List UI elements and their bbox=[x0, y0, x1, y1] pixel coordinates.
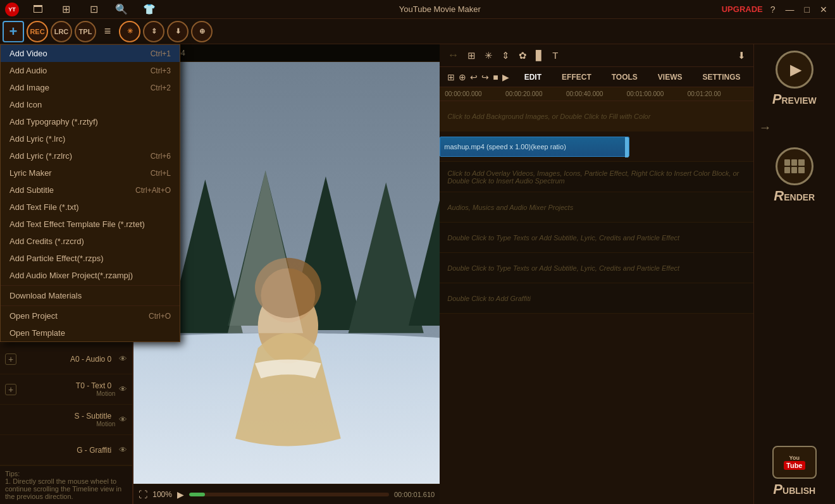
audio-track-label: + A0 - Audio 0 👁 bbox=[0, 344, 132, 374]
grid-icon[interactable]: ⊞ bbox=[465, 49, 478, 63]
publish-button[interactable]: You Tube bbox=[772, 446, 817, 479]
graffiti-track-hint: Double Click to Add Graffiti bbox=[440, 295, 538, 302]
subtitle-track[interactable]: Double Click to Type Texts or Add Subtit… bbox=[440, 253, 753, 283]
text-track-eye[interactable]: 👁 bbox=[119, 384, 127, 394]
menu-add-particle[interactable]: Add Particle Effect(*.rzps) bbox=[1, 250, 180, 267]
audio-track[interactable]: Audios, Musics and Audio Mixer Projects bbox=[440, 192, 753, 223]
down-button[interactable]: ⬇ bbox=[167, 21, 189, 42]
render-button[interactable] bbox=[776, 147, 813, 185]
menu-add-typography[interactable]: Add Typography (*.rztyf) bbox=[1, 113, 180, 130]
tl-redo[interactable]: ↪ bbox=[481, 72, 489, 82]
download-icon[interactable]: ⬇ bbox=[735, 49, 748, 63]
titlebar-icon-1[interactable]: 🗖 bbox=[29, 1, 47, 18]
video-track[interactable]: mashup.mp4 (speed x 1.00)(keep ratio) bbox=[440, 132, 753, 162]
crop-icon[interactable]: ⛶ bbox=[139, 489, 147, 500]
tips-tip1: 1. Directly scroll the mouse wheel to co… bbox=[5, 477, 127, 500]
resize-arrow-icon[interactable]: ↔ bbox=[445, 47, 461, 63]
preview-label: PREVIEW bbox=[772, 91, 817, 108]
video-progress-bar[interactable] bbox=[189, 493, 389, 496]
sub-track-hint: Double Click to Type Texts or Add Subtit… bbox=[440, 264, 687, 272]
subtitle-track-name: S - Subtitle bbox=[75, 412, 116, 421]
list-icon[interactable]: ≡ bbox=[99, 23, 116, 40]
tab-tools[interactable]: TOOLS bbox=[602, 70, 648, 84]
tl-play[interactable]: ▶ bbox=[502, 72, 509, 82]
overlay-track[interactable]: Click to Add Overlay Videos, Images, Ico… bbox=[440, 162, 753, 192]
text-track-sub: Motion bbox=[96, 390, 115, 397]
tpl-button[interactable]: TPL bbox=[75, 21, 96, 42]
ruler-mark-4: 00:01:20.00 bbox=[688, 90, 748, 97]
text-track[interactable]: Double Click to Type Texts or Add Subtit… bbox=[440, 223, 753, 253]
graffiti-track-eye[interactable]: 👁 bbox=[119, 445, 127, 455]
menu-lyric-maker[interactable]: Lyric Maker Ctrl+L bbox=[1, 164, 180, 181]
upgrade-button[interactable]: UPGRADE bbox=[722, 4, 763, 14]
arrow-right-icon: → bbox=[759, 120, 772, 135]
background-track[interactable]: Click to Add Background Images, or Doubl… bbox=[440, 101, 753, 132]
tab-effect[interactable]: EFFECT bbox=[552, 70, 602, 84]
preview-section: ▶ PREVIEW bbox=[772, 51, 817, 108]
tl-undo[interactable]: ↩ bbox=[470, 72, 478, 82]
rec-button[interactable]: REC bbox=[27, 21, 48, 42]
titlebar-icon-4[interactable]: 🔍 bbox=[113, 1, 130, 18]
graffiti-track-name: G - Graffiti bbox=[77, 446, 115, 455]
play-preview-icon[interactable]: ▶ bbox=[177, 489, 184, 500]
zoom-level: 100% bbox=[152, 490, 172, 499]
add-audio-track-btn[interactable]: + bbox=[5, 353, 16, 365]
menu-add-credits[interactable]: Add Credits (*.rzcrd) bbox=[1, 233, 180, 250]
tl-icon-1[interactable]: ⊞ bbox=[447, 72, 455, 82]
menu-open-project[interactable]: Open Project Ctrl+O bbox=[1, 307, 180, 324]
subtitle-track-eye[interactable]: 👁 bbox=[119, 415, 127, 424]
add-text-track-btn[interactable]: + bbox=[5, 384, 16, 395]
close-button[interactable]: ✕ bbox=[817, 4, 830, 15]
minimize-button[interactable]: — bbox=[783, 4, 797, 15]
menu-add-subtitle[interactable]: Add Subtitle Ctrl+Alt+O bbox=[1, 181, 180, 199]
search-button[interactable]: ⊕ bbox=[191, 21, 213, 42]
titlebar-icon-5[interactable]: 👕 bbox=[140, 1, 158, 18]
left-panel: Add Video Ctrl+1 Add Audio Ctrl+3 Add Im… bbox=[0, 44, 133, 504]
flower-icon[interactable]: ✿ bbox=[516, 49, 529, 63]
menu-add-lyric-lrc[interactable]: Add Lyric (*.lrc) bbox=[1, 130, 180, 147]
ruler-mark-2: 00:00:40.000 bbox=[566, 90, 627, 97]
add-menu: Add Video Ctrl+1 Add Audio Ctrl+3 Add Im… bbox=[0, 44, 180, 342]
subtitle-track-label: S - Subtitle Motion 👁 bbox=[0, 405, 132, 435]
tab-settings[interactable]: SETTINGS bbox=[693, 70, 751, 84]
menu-add-text-effect[interactable]: Add Text Effect Template File (*.rztet) bbox=[1, 216, 180, 233]
text-track-name: T0 - Text 0 bbox=[76, 381, 115, 390]
snowflake2-icon[interactable]: ✳ bbox=[482, 49, 495, 63]
tl-icon-2[interactable]: ⊕ bbox=[459, 72, 466, 82]
menu-download-materials[interactable]: Download Materials bbox=[1, 287, 180, 304]
menu-add-image[interactable]: Add Image Ctrl+2 bbox=[1, 79, 180, 96]
adjust2-icon[interactable]: ⇕ bbox=[499, 49, 512, 63]
tips-title: Tips: bbox=[5, 470, 127, 477]
menu-add-audio-mixer[interactable]: Add Audio Mixer Project(*.rzampj) bbox=[1, 267, 180, 284]
text-icon[interactable]: T bbox=[550, 49, 560, 62]
menu-add-icon[interactable]: Add Icon bbox=[1, 96, 180, 113]
snowflake-button[interactable]: ✳ bbox=[119, 21, 140, 42]
tl-stop[interactable]: ■ bbox=[493, 72, 498, 82]
menu-add-video[interactable]: Add Video Ctrl+1 bbox=[1, 45, 180, 62]
bars-icon[interactable]: ▊ bbox=[533, 49, 546, 63]
timeline-controls: ⊞ ⊕ ↩ ↪ ■ ▶ bbox=[442, 72, 514, 82]
menu-open-template[interactable]: Open Template bbox=[1, 324, 180, 341]
preview-button[interactable]: ▶ bbox=[776, 51, 813, 89]
video-clip[interactable]: mashup.mp4 (speed x 1.00)(keep ratio) bbox=[440, 137, 629, 157]
sub-toolbar: ↔ ⊞ ✳ ⇕ ✿ ▊ T ⬇ bbox=[440, 44, 753, 67]
menu-add-lyric-rzlrc[interactable]: Add Lyric (*.rzlrc) Ctrl+6 bbox=[1, 147, 180, 164]
preview-play-icon: ▶ bbox=[790, 61, 801, 78]
menu-add-text-file[interactable]: Add Text File (*.txt) bbox=[1, 199, 180, 216]
adjust-button[interactable]: ⇕ bbox=[143, 21, 164, 42]
add-button[interactable]: + bbox=[3, 21, 24, 42]
help-button[interactable]: ? bbox=[768, 4, 778, 15]
overlay-track-hint: Click to Add Overlay Videos, Images, Ico… bbox=[440, 169, 753, 185]
menu-add-audio[interactable]: Add Audio Ctrl+3 bbox=[1, 62, 180, 79]
ruler-mark-0: 00:00:00.000 bbox=[445, 90, 505, 97]
titlebar-icon-3[interactable]: ⊡ bbox=[85, 1, 102, 18]
audio-track-eye[interactable]: 👁 bbox=[119, 354, 127, 364]
film-strip-icon bbox=[784, 159, 805, 173]
lrc-button[interactable]: LRC bbox=[51, 21, 72, 42]
maximize-button[interactable]: □ bbox=[802, 4, 812, 15]
titlebar-icon-2[interactable]: ⊞ bbox=[57, 1, 75, 18]
tab-views[interactable]: VIEWS bbox=[648, 70, 693, 84]
graffiti-track[interactable]: Double Click to Add Graffiti bbox=[440, 283, 753, 314]
edit-tabs: ⊞ ⊕ ↩ ↪ ■ ▶ EDIT EFFECT TOOLS VIEWS SETT… bbox=[440, 67, 753, 87]
tab-edit[interactable]: EDIT bbox=[514, 70, 552, 84]
